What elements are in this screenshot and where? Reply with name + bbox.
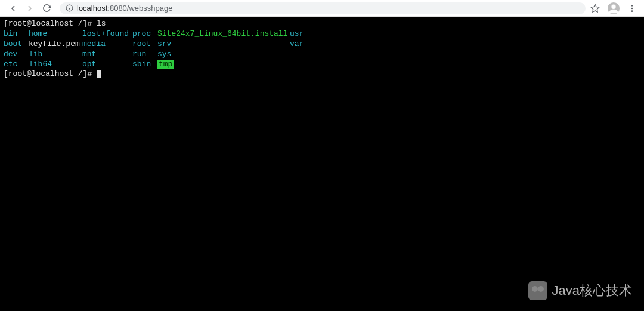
forward-button[interactable]: [21, 0, 38, 17]
dir-entry: var: [290, 39, 314, 50]
terminal-line-prompt2: [root@localhost /]#: [4, 69, 640, 79]
wechat-icon: [528, 281, 547, 300]
dir-entry: lib64: [29, 60, 82, 70]
ls-row: devlibmntrunsys: [4, 50, 640, 60]
command-text: ls: [97, 19, 106, 28]
svg-point-5: [611, 4, 615, 8]
profile-avatar-icon[interactable]: [607, 2, 620, 15]
file-entry: Site24x7_Linux_64bit.install: [157, 29, 290, 39]
site-info-icon[interactable]: [66, 4, 73, 12]
ls-output: binhomelost+foundprocSite24x7_Linux_64bi…: [4, 29, 640, 70]
dir-entry: root: [132, 39, 157, 50]
file-entry: keyfile.pem: [29, 39, 82, 50]
url-port: :8080: [107, 4, 127, 13]
dir-entry: tmp: [157, 60, 290, 70]
url-path: /websshpage: [127, 4, 173, 13]
dir-entry: dev: [4, 50, 29, 60]
dir-entry: media: [82, 39, 132, 50]
svg-point-8: [631, 10, 633, 12]
terminal-cursor: [97, 70, 101, 78]
dir-entry: lib: [29, 50, 82, 60]
bookmark-icon[interactable]: [590, 4, 600, 13]
svg-point-6: [631, 5, 633, 7]
dir-entry: sys: [157, 50, 290, 60]
back-button[interactable]: [5, 0, 21, 17]
ls-row: binhomelost+foundprocSite24x7_Linux_64bi…: [4, 29, 640, 39]
sticky-dir-entry: tmp: [157, 60, 174, 69]
reload-button[interactable]: [38, 0, 55, 17]
dir-entry: home: [29, 29, 82, 39]
dir-entry: mnt: [82, 50, 132, 60]
ls-row: bootkeyfile.pemmediarootsrvvar: [4, 39, 640, 50]
svg-marker-3: [591, 4, 599, 12]
terminal[interactable]: [root@localhost /]# ls binhomelost+found…: [0, 17, 644, 311]
dir-entry: srv: [157, 39, 290, 50]
dir-entry: lost+found: [82, 29, 132, 39]
dir-entry: bin: [4, 29, 29, 39]
terminal-line-prompt1: [root@localhost /]# ls: [4, 19, 640, 29]
dir-entry: proc: [132, 29, 157, 39]
url-bar[interactable]: localhost:8080/websshpage: [60, 2, 586, 14]
url-host: localhost: [77, 4, 107, 13]
watermark-text: Java核心技术: [552, 282, 632, 300]
dir-entry: usr: [290, 29, 314, 39]
dir-entry: sbin: [132, 60, 157, 70]
browser-toolbar: localhost:8080/websshpage: [0, 0, 644, 17]
prompt-text: [root@localhost /]#: [4, 19, 97, 28]
watermark: Java核心技术: [528, 281, 632, 300]
prompt-text: [root@localhost /]#: [4, 69, 97, 78]
ls-row: etclib64optsbintmp: [4, 60, 640, 70]
dir-entry: run: [132, 50, 157, 60]
toolbar-right: [590, 2, 639, 15]
kebab-menu-icon[interactable]: [627, 4, 637, 13]
dir-entry: opt: [82, 60, 132, 70]
dir-entry: boot: [4, 39, 29, 50]
svg-point-7: [631, 7, 633, 9]
dir-entry: etc: [4, 60, 29, 70]
